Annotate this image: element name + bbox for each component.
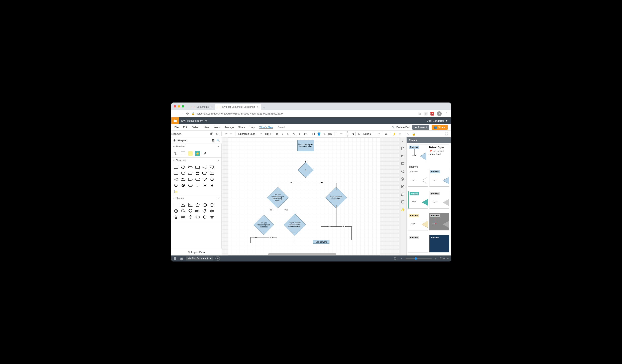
user-menu[interactable]: Joel Bangerter ▼ — [425, 119, 451, 122]
endpoint-select[interactable]: None ▾ — [362, 132, 373, 136]
history-icon[interactable] — [400, 169, 405, 174]
redo-icon[interactable]: ↷ — [229, 131, 234, 136]
data-icon[interactable] — [400, 200, 405, 204]
shape-arrow-up[interactable] — [173, 214, 179, 220]
page-icon[interactable] — [400, 146, 405, 151]
whats-new-link[interactable]: What's New — [259, 126, 273, 129]
bold-icon[interactable]: B — [275, 131, 280, 136]
shape-heart[interactable] — [187, 208, 194, 214]
line-type-icon[interactable]: ↳ — [356, 131, 361, 136]
new-tab-button[interactable]: + — [261, 105, 267, 110]
undo-icon[interactable]: ↶ — [223, 131, 228, 136]
menu-edit[interactable]: Edit — [183, 126, 187, 129]
close-icon[interactable]: × — [210, 105, 213, 109]
shape-data[interactable] — [187, 170, 194, 176]
italic-icon[interactable]: I — [280, 131, 285, 136]
shape-arrow[interactable]: ↗ — [201, 151, 208, 156]
page-selector[interactable]: My First Document ▼ — [186, 256, 214, 260]
lock-icon[interactable]: 🔒 — [411, 131, 416, 136]
shape-arrow-right[interactable] — [194, 208, 201, 214]
search-icon[interactable] — [215, 131, 220, 136]
presentation-icon[interactable] — [400, 161, 405, 166]
shapes-toggle[interactable]: Shapes — [174, 131, 179, 136]
close-icon[interactable]: × — [217, 145, 219, 148]
shape-document[interactable] — [201, 164, 208, 170]
shape-hexagon[interactable] — [180, 170, 187, 176]
menu-select[interactable]: Select — [192, 126, 199, 129]
arrow-select[interactable]: → ▾ — [374, 132, 383, 136]
zoom-in-icon[interactable]: + — [434, 256, 438, 261]
import-data[interactable]: ⎘ Import Data — [171, 249, 222, 255]
edit-icon[interactable]: ✎ — [205, 119, 207, 122]
shape-multidoc[interactable] — [209, 164, 215, 170]
forward-button[interactable]: → — [180, 112, 183, 115]
border-color-icon[interactable]: ✎ — [322, 131, 327, 136]
fullscreen-icon[interactable]: ⛶ — [444, 131, 449, 136]
close-icon[interactable]: × — [217, 159, 219, 162]
line-style-select[interactable]: — ▾ — [336, 132, 345, 136]
shape-internal[interactable] — [209, 170, 215, 176]
align-icon[interactable]: ≡ — [297, 131, 302, 136]
shape-cloud[interactable] — [180, 208, 187, 214]
shape-storeddata[interactable] — [194, 176, 201, 182]
shape-arrow-ud[interactable] — [187, 214, 194, 220]
minimize-window[interactable] — [178, 105, 180, 108]
shape-hexagon2[interactable] — [201, 202, 208, 208]
shape-text[interactable]: T — [173, 151, 179, 156]
theme-card[interactable]: Processyes — [408, 191, 428, 209]
theme-card[interactable]: Processyes — [429, 213, 449, 230]
shape-decision[interactable] — [180, 164, 187, 170]
close-icon[interactable]: × — [217, 196, 219, 200]
theme-card[interactable]: Process — [408, 235, 428, 253]
shape-triangle[interactable] — [180, 202, 187, 208]
font-select[interactable]: Liberation Sans ▾ — [237, 132, 263, 136]
text-color-icon[interactable]: A — [292, 131, 296, 136]
menu-help[interactable]: Help — [250, 126, 255, 129]
layers-icon[interactable] — [400, 177, 405, 182]
chat-icon[interactable] — [400, 192, 405, 197]
lib-shapes-header[interactable]: ▾ Shapes × — [171, 195, 221, 201]
flash-icon[interactable]: ⚡ — [392, 131, 397, 136]
bucket-icon[interactable]: 🪣 — [317, 131, 321, 136]
url-field[interactable]: 🔒 lucidchart.com/documents/edit/4058973f… — [192, 112, 416, 115]
apply-all-link[interactable]: 🖌Apply All — [429, 153, 448, 155]
magnet-icon[interactable]: ⋒ — [398, 131, 402, 136]
shape-arrow-left[interactable] — [209, 208, 215, 214]
shape-octagon[interactable] — [209, 202, 215, 208]
menu-file[interactable]: File — [175, 126, 179, 129]
theme-card[interactable]: Processyes — [429, 169, 449, 187]
h-scrollbar[interactable] — [268, 253, 336, 255]
bookmark-icon[interactable]: ☆ — [418, 112, 421, 115]
theme-card[interactable]: Processyes — [408, 169, 428, 187]
home-folder-icon[interactable] — [171, 117, 179, 124]
shape-data-alt[interactable] — [173, 170, 179, 176]
share-button[interactable]: 👥 Share — [432, 125, 448, 130]
menu-insert[interactable]: Insert — [214, 126, 220, 129]
swap-icon[interactable]: ⇄ — [384, 131, 389, 136]
shape-predefined[interactable] — [194, 164, 201, 170]
wand-icon[interactable]: ✨ — [400, 207, 405, 212]
search-icon[interactable]: 🔍 — [216, 139, 220, 142]
extension-icon[interactable]: ⊞ — [424, 112, 428, 115]
menu-share[interactable]: Share — [238, 126, 245, 129]
underline-icon[interactable]: U — [286, 131, 291, 136]
theme-card[interactable]: Processyes — [429, 191, 449, 209]
stroke-width-select[interactable]: 2 px ⇅ — [346, 132, 356, 136]
shape-note-flow[interactable] — [173, 188, 179, 194]
shape-callout[interactable] — [194, 214, 201, 220]
master-icon[interactable] — [400, 184, 405, 189]
shape-cross[interactable] — [173, 208, 179, 214]
theme-card[interactable]: Process — [429, 235, 449, 253]
shape-arrow-down[interactable] — [201, 208, 208, 214]
zoom-slider[interactable] — [406, 258, 432, 259]
shape-options-icon[interactable]: ◧▾ — [328, 131, 333, 136]
lib-flowchart-header[interactable]: ▾ Flowchart × — [171, 158, 221, 163]
lib-standard-header[interactable]: ▾ Standard × — [171, 144, 221, 149]
add-page-button[interactable]: + — [215, 256, 220, 261]
shape-arrow-lr[interactable] — [180, 214, 187, 220]
accessibility-icon[interactable]: Ⓐ — [393, 256, 397, 261]
image-icon[interactable]: 🖼 — [212, 139, 214, 142]
maximize-window[interactable] — [182, 105, 184, 108]
shape-database[interactable] — [194, 170, 201, 176]
abp-icon[interactable]: ABP — [430, 112, 434, 115]
